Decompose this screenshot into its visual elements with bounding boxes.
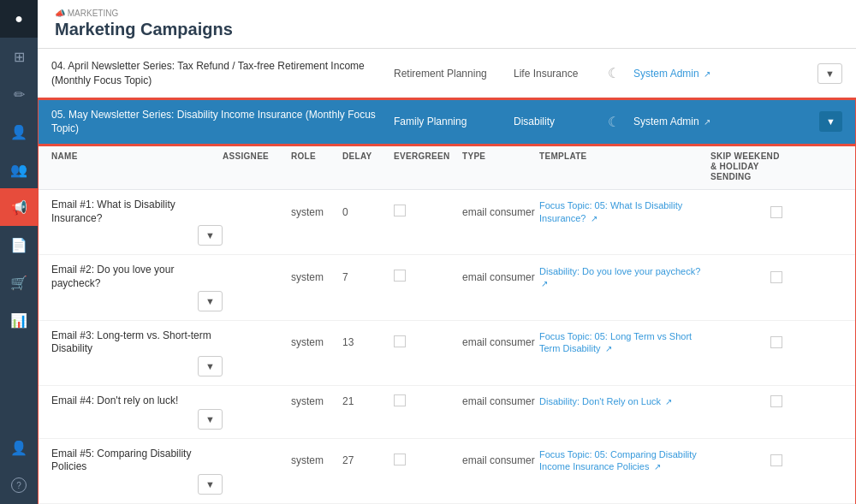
task-2-ext-icon: ↗ — [541, 279, 548, 288]
task-2-evergreen-checkbox[interactable] — [394, 270, 406, 282]
task-2-actions[interactable]: ▼ — [51, 291, 223, 311]
task-5-name: Email #5: Comparing Disability Policies — [51, 448, 223, 474]
campaign-04-category: Retirement Planning — [394, 68, 514, 80]
task-1-evergreen[interactable] — [394, 205, 462, 219]
col-header-assignee: ASSIGNEE — [223, 151, 291, 182]
task-1-actions[interactable]: ▼ — [51, 225, 223, 246]
task-4-name: Email #4: Don't rely on luck! — [51, 394, 223, 408]
campaign-04-dropdown[interactable]: ▼ — [817, 63, 842, 84]
marketing-icon: 📢 — [10, 199, 27, 216]
task-4-skip[interactable] — [710, 395, 842, 407]
campaign-05-user-text: System Admin — [633, 116, 699, 127]
task-2-evergreen[interactable] — [394, 270, 462, 284]
task-5-delay: 27 — [342, 454, 394, 466]
admin-icon: 👤 — [10, 440, 27, 456]
tasks-table-header: NAME ASSIGNEE ROLE DELAY EVERGREEN TYPE … — [38, 145, 856, 190]
campaign-row-05[interactable]: 05. May Newsletter Series: Disability In… — [38, 99, 856, 145]
campaign-05-user: System Admin ↗ — [633, 116, 819, 127]
task-4-skip-checkbox[interactable] — [770, 395, 782, 407]
task-1-skip[interactable] — [710, 206, 842, 218]
task-1-evergreen-checkbox[interactable] — [394, 205, 406, 216]
breadcrumb: 📣 MARKETING — [55, 9, 839, 18]
task-1-skip-checkbox[interactable] — [770, 206, 782, 218]
task-5-dropdown-btn[interactable]: ▼ — [198, 474, 223, 495]
col-header-skip: SKIP WEEKEND& HOLIDAYSENDING — [710, 151, 842, 182]
sidebar-item-help[interactable]: ? — [0, 466, 38, 504]
page-title: Marketing Campaigns — [55, 20, 839, 39]
task-3-skip-checkbox[interactable] — [770, 336, 782, 348]
task-3-delay: 13 — [342, 336, 394, 348]
task-4-role: system — [291, 395, 342, 407]
campaign-04-dropdown-btn[interactable]: ▼ — [817, 63, 842, 84]
campaign-04-user-link[interactable]: System Admin — [633, 68, 699, 80]
task-4-evergreen[interactable] — [394, 394, 462, 409]
task-4-actions[interactable]: ▼ — [51, 409, 223, 430]
task-2-skip[interactable] — [710, 271, 842, 283]
task-row-5: Email #5: Comparing Disability Policies … — [38, 439, 856, 504]
task-1-type: email consumer — [462, 206, 539, 218]
task-3-role: system — [291, 336, 342, 348]
sidebar-item-contacts[interactable]: 👤 — [0, 113, 38, 151]
task-3-template-link[interactable]: Focus Topic: 05: Long Term vs Short Term… — [539, 331, 692, 353]
page-header: 📣 MARKETING Marketing Campaigns — [38, 0, 856, 49]
edit-icon: ✏ — [14, 86, 25, 103]
task-5-template: Focus Topic: 05: Comparing Disability In… — [539, 448, 710, 473]
task-5-skip[interactable] — [710, 454, 842, 466]
task-row-1: Email #1: What is Disability Insurance? … — [38, 190, 856, 255]
task-1-dropdown-btn[interactable]: ▼ — [198, 225, 223, 246]
sidebar-item-marketing[interactable]: 📢 — [0, 188, 38, 226]
task-5-evergreen[interactable] — [394, 454, 462, 468]
col-header-evergreen: EVERGREEN — [394, 151, 462, 182]
task-3-evergreen[interactable] — [394, 335, 462, 350]
col-header-role: ROLE — [291, 151, 342, 182]
task-1-template-link[interactable]: Focus Topic: 05: What Is Disability Insu… — [539, 200, 682, 222]
task-2-template: Disability: Do you love your paycheck? ↗ — [539, 265, 710, 289]
campaign-04-type: Life Insurance — [514, 68, 608, 80]
task-4-dropdown-btn[interactable]: ▼ — [198, 409, 223, 430]
sidebar-item-edit[interactable]: ✏ — [0, 75, 38, 113]
task-3-evergreen-checkbox[interactable] — [394, 335, 406, 347]
ext-link-icon-04: ↗ — [704, 69, 710, 79]
task-row-2: Email #2: Do you love your paycheck? sys… — [38, 255, 856, 320]
task-3-actions[interactable]: ▼ — [51, 356, 223, 377]
task-3-template: Focus Topic: 05: Long Term vs Short Term… — [539, 330, 710, 355]
task-5-actions[interactable]: ▼ — [51, 474, 223, 495]
task-2-dropdown-btn[interactable]: ▼ — [198, 291, 223, 311]
task-4-template-link[interactable]: Disability: Don't Rely on Luck — [539, 396, 661, 406]
sidebar-item-reports[interactable]: 📊 — [0, 301, 38, 339]
task-5-skip-checkbox[interactable] — [770, 454, 782, 466]
task-3-skip[interactable] — [710, 336, 842, 348]
task-3-dropdown-btn[interactable]: ▼ — [198, 356, 223, 377]
task-row-4: Email #4: Don't rely on luck! system 21 … — [38, 386, 856, 439]
content-area: 04. April Newsletter Series: Tax Refund … — [38, 49, 856, 504]
task-5-evergreen-checkbox[interactable] — [394, 454, 406, 465]
sidebar-item-dashboard[interactable]: ⊞ — [0, 38, 38, 75]
task-4-delay: 21 — [342, 395, 394, 407]
task-2-delay: 7 — [342, 271, 394, 283]
task-1-delay: 0 — [342, 206, 394, 218]
col-header-type: TYPE — [462, 151, 539, 182]
task-3-name: Email #3: Long-term vs. Short-term Disab… — [51, 329, 223, 356]
task-2-template-link[interactable]: Disability: Do you love your paycheck? — [539, 266, 700, 276]
task-row-3: Email #3: Long-term vs. Short-term Disab… — [38, 321, 856, 386]
task-4-type: email consumer — [462, 395, 539, 407]
documents-icon: 📄 — [10, 237, 27, 253]
campaign-row-04[interactable]: 04. April Newsletter Series: Tax Refund … — [38, 49, 856, 99]
sidebar: ● ⊞ ✏ 👤 👥 📢 📄 🛒 📊 👤 ? — [0, 0, 38, 504]
task-2-skip-checkbox[interactable] — [770, 271, 782, 283]
sidebar-item-documents[interactable]: 📄 — [0, 226, 38, 264]
col-header-delay: DELAY — [342, 151, 394, 182]
campaign-05-dropdown[interactable]: ▼ — [819, 111, 842, 132]
task-2-role: system — [291, 271, 342, 283]
col-header-template: TEMPLATE — [539, 151, 710, 182]
sidebar-item-groups[interactable]: 👥 — [0, 151, 38, 188]
campaign-05-name: 05. May Newsletter Series: Disability In… — [51, 108, 394, 137]
campaign-05-dropdown-btn[interactable]: ▼ — [819, 111, 842, 132]
task-2-type: email consumer — [462, 271, 539, 283]
task-5-template-link[interactable]: Focus Topic: 05: Comparing Disability In… — [539, 449, 697, 471]
sidebar-item-cart[interactable]: 🛒 — [0, 264, 38, 301]
task-4-evergreen-checkbox[interactable] — [394, 394, 406, 406]
task-1-role: system — [291, 206, 342, 218]
sidebar-item-admin[interactable]: 👤 — [0, 429, 38, 466]
contacts-icon: 👤 — [10, 124, 27, 140]
